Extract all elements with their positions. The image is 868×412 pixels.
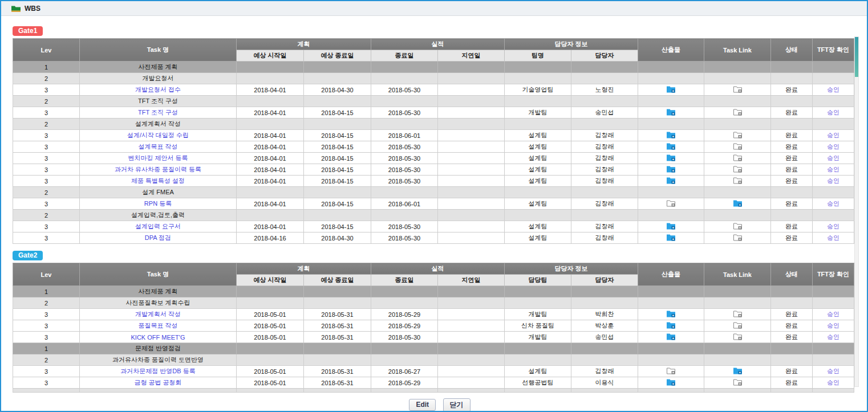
folder-gray-icon[interactable]: [733, 142, 742, 150]
task-link-cell: [704, 210, 771, 221]
task-name-link[interactable]: KICK OFF MEET'G: [131, 334, 185, 341]
task-name-cell: TFT 조직 구성: [80, 96, 237, 107]
approve-link[interactable]: 승인: [827, 200, 839, 207]
folder-blue-icon[interactable]: [667, 378, 675, 386]
folder-blue-icon[interactable]: [667, 310, 675, 317]
task-name-link[interactable]: 금형 공법 공청회: [134, 379, 181, 386]
close-button[interactable]: 닫기: [443, 398, 470, 412]
task-link-cell: [704, 141, 771, 153]
owner-cell: [571, 119, 638, 130]
plan-start-cell: 2018-05-01: [237, 366, 304, 377]
approve-link[interactable]: 승인: [827, 132, 839, 138]
status-cell: [771, 187, 813, 198]
col-group-actual: 실적: [371, 263, 505, 275]
folder-blue-icon[interactable]: [667, 222, 675, 230]
owner-cell: 김창래: [571, 164, 638, 176]
delay-cell: [438, 309, 505, 320]
folder-gray-icon[interactable]: [733, 154, 742, 161]
approve-link[interactable]: 승인: [827, 333, 839, 340]
team-cell: [505, 73, 571, 84]
approve-link[interactable]: 승인: [827, 166, 839, 173]
tft-confirm-cell: 승인: [813, 176, 854, 187]
folder-gray-icon[interactable]: [733, 321, 742, 329]
folder-blue-icon[interactable]: [667, 333, 675, 340]
folder-blue-icon[interactable]: [667, 142, 675, 150]
folder-blue-icon[interactable]: [667, 108, 675, 116]
folder-gray-icon[interactable]: [733, 333, 742, 340]
folder-gray-icon[interactable]: [733, 234, 742, 241]
task-name-link[interactable]: 과거차문제점 반영DB 등록: [120, 368, 195, 374]
task-name-link[interactable]: TFT 조직 구성: [138, 109, 178, 116]
status-cell: [771, 297, 813, 309]
task-name-link[interactable]: 개발계획서 작성: [135, 311, 181, 317]
status-cell: [771, 96, 813, 107]
folder-gray-icon[interactable]: [733, 222, 742, 230]
folder-blue-icon[interactable]: [667, 131, 675, 138]
folder-gray-icon[interactable]: [733, 177, 742, 184]
task-name-link[interactable]: 개발요청서 접수: [135, 86, 181, 93]
folder-gray-icon[interactable]: [667, 199, 675, 207]
tft-confirm-cell: 승인: [813, 309, 854, 320]
tft-confirm-cell: 승인: [813, 198, 854, 210]
folder-blue-icon[interactable]: [667, 165, 675, 173]
approve-link[interactable]: 승인: [827, 379, 839, 386]
task-name-link[interactable]: 제품 특별특성 설정: [131, 177, 185, 184]
owner-cell: [571, 187, 638, 198]
approve-link[interactable]: 승인: [827, 322, 839, 329]
scrollbar-thumb[interactable]: [855, 37, 858, 77]
status-cell: 완료: [771, 232, 813, 244]
folder-blue-icon[interactable]: [733, 367, 742, 374]
folder-icon: [11, 5, 21, 12]
col-plan-start: 예상 시작일: [237, 50, 304, 62]
table-row-lev3: 3품질목표 작성2018-05-012018-05-312018-05-29신차…: [13, 320, 854, 332]
plan-end-cell: 2018-05-31: [304, 309, 371, 320]
task-name-cell: DPA 점검: [80, 232, 237, 244]
task-name-link[interactable]: 설계목표 작성: [138, 143, 177, 150]
task-name-link[interactable]: DPA 점검: [145, 234, 171, 241]
delay-cell: [438, 96, 505, 107]
table-row-lev2: 2설계입력,검토,출력: [13, 210, 854, 221]
approve-link[interactable]: 승인: [827, 368, 839, 374]
approve-link[interactable]: 승인: [827, 311, 839, 317]
task-name-link[interactable]: 품질목표 작성: [138, 322, 177, 329]
task-name-link[interactable]: 과거차 유사차종 품질이력 등록: [115, 166, 201, 173]
task-name-cell: 사전제품 계획: [80, 62, 237, 73]
empty-cell: [704, 389, 771, 393]
col-lev: Lev: [13, 263, 80, 286]
approve-link[interactable]: 승인: [827, 86, 839, 93]
folder-blue-icon[interactable]: [667, 234, 675, 241]
folder-blue-icon[interactable]: [667, 321, 675, 329]
col-tft-confirm: TFT장 확인: [813, 39, 854, 62]
folder-gray-icon[interactable]: [733, 378, 742, 386]
folder-gray-icon[interactable]: [733, 85, 742, 93]
actual-end-cell: 2018-05-29: [371, 377, 438, 389]
approve-link[interactable]: 승인: [827, 223, 839, 230]
task-name-link[interactable]: RPN 등록: [144, 200, 172, 207]
approve-link[interactable]: 승인: [827, 154, 839, 161]
task-name-cell: 개발요청서: [80, 73, 237, 84]
plan-end-cell: 2018-05-31: [304, 320, 371, 332]
approve-link[interactable]: 승인: [827, 234, 839, 241]
task-link-cell: [704, 332, 771, 343]
approve-link[interactable]: 승인: [827, 109, 839, 116]
folder-gray-icon[interactable]: [667, 367, 675, 374]
folder-blue-icon[interactable]: [667, 177, 675, 184]
folder-gray-icon[interactable]: [733, 108, 742, 116]
edit-button[interactable]: Edit: [409, 399, 436, 411]
task-link-cell: [704, 198, 771, 210]
approve-link[interactable]: 승인: [827, 177, 839, 184]
folder-gray-icon[interactable]: [733, 310, 742, 317]
lev-cell: 2: [13, 297, 80, 309]
folder-gray-icon[interactable]: [733, 131, 742, 138]
empty-cell: [505, 389, 571, 393]
approve-link[interactable]: 승인: [827, 143, 839, 150]
folder-gray-icon[interactable]: [733, 165, 742, 173]
task-name-link[interactable]: 설계입력 요구서: [135, 223, 181, 230]
folder-blue-icon[interactable]: [667, 154, 675, 161]
folder-blue-icon[interactable]: [667, 85, 675, 93]
folder-blue-icon[interactable]: [733, 199, 742, 207]
vertical-scrollbar[interactable]: [854, 36, 859, 387]
task-link-cell: [704, 84, 771, 96]
task-name-link[interactable]: 설계/시작 대일정 수립: [127, 132, 189, 138]
task-name-link[interactable]: 벤치마킹 제안서 등록: [128, 154, 188, 161]
